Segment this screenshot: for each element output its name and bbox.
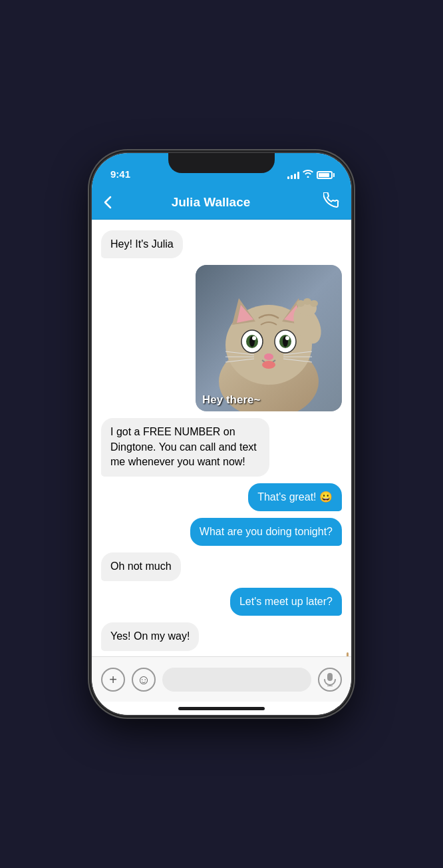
message-row: Yes! On my way!: [101, 622, 342, 650]
bubble-outgoing: What are you doing tonight?: [190, 518, 342, 546]
input-area: + ☺: [92, 656, 351, 702]
message-text: Hey! It's Julia: [110, 238, 174, 250]
mic-icon: [324, 673, 336, 686]
svg-point-16: [262, 361, 275, 369]
svg-text:Hey there~: Hey there~: [202, 393, 260, 406]
message-text: I got a FREE NUMBER on Dingtone. You can…: [110, 426, 257, 467]
message-text: Let's meet up later?: [239, 596, 333, 607]
chat-area[interactable]: Hey! It's Julia: [92, 220, 351, 656]
svg-point-14: [285, 336, 289, 340]
message-text: What are you doing tonight?: [200, 526, 333, 537]
message-row: Let's meet up later?: [101, 588, 342, 616]
signal-icon: [287, 171, 299, 179]
wifi-icon: [303, 170, 313, 180]
battery-icon: [317, 171, 333, 179]
message-input[interactable]: [162, 668, 311, 692]
phone-frame: 9:41: [92, 153, 351, 715]
message-row-image: Hey there~: [101, 265, 342, 411]
emoji-button[interactable]: ☺: [132, 668, 156, 692]
message-row: That's great! 😀: [101, 483, 342, 511]
add-icon: +: [109, 673, 117, 686]
message-row: Hey! It's Julia: [101, 230, 342, 258]
cat-svg: Hey there~: [196, 265, 342, 411]
phone-screen: 9:41: [92, 153, 351, 715]
svg-rect-29: [327, 673, 333, 681]
message-row: Oh not much: [101, 552, 342, 580]
status-time: 9:41: [110, 168, 130, 180]
notch: [168, 153, 275, 173]
message-text: Yes! On my way!: [110, 630, 190, 642]
bubble-outgoing: Let's meet up later?: [230, 588, 342, 616]
bubble-incoming: Yes! On my way!: [101, 622, 199, 650]
emoji-icon: ☺: [137, 673, 150, 686]
home-indicator: [92, 702, 351, 715]
contact-name: Julia Wallace: [98, 195, 323, 210]
nav-bar: Julia Wallace: [92, 185, 351, 220]
message-text: That's great! 😀: [257, 491, 333, 503]
mic-button[interactable]: [318, 668, 342, 692]
bubble-outgoing: That's great! 😀: [248, 483, 342, 511]
home-bar: [178, 707, 265, 710]
bubble-incoming: I got a FREE NUMBER on Dingtone. You can…: [101, 418, 269, 476]
cat-image: Hey there~: [196, 265, 342, 411]
status-icons: [287, 170, 333, 180]
phone-outer: 9:41: [0, 0, 443, 868]
bubble-incoming: Hey! It's Julia: [101, 230, 183, 258]
message-row: I got a FREE NUMBER on Dingtone. You can…: [101, 418, 342, 476]
call-button[interactable]: [323, 192, 339, 212]
svg-point-10: [252, 336, 256, 340]
image-bubble: Hey there~: [196, 265, 342, 411]
add-button[interactable]: +: [101, 668, 125, 692]
bubble-incoming: Oh not much: [101, 552, 181, 580]
message-row: What are you doing tonight?: [101, 518, 342, 546]
scroll-indicator: [347, 652, 349, 656]
svg-point-15: [264, 353, 273, 360]
svg-point-27: [310, 300, 318, 307]
message-text: Oh not much: [110, 560, 172, 572]
